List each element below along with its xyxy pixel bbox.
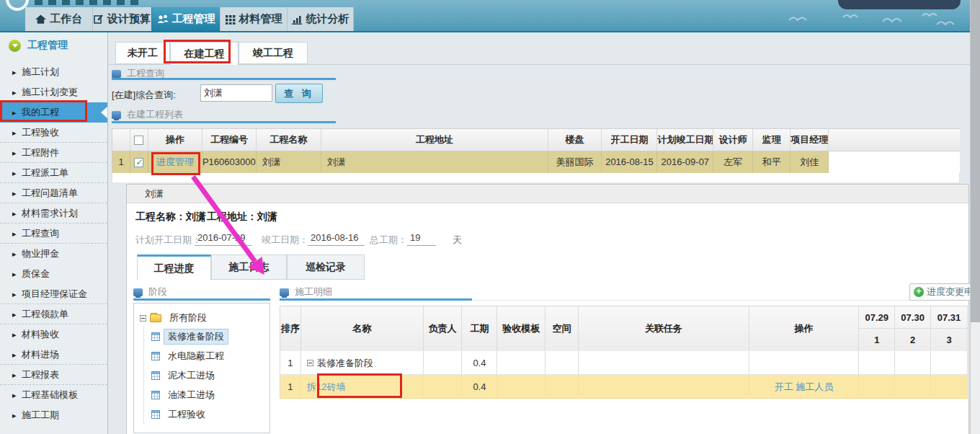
sidebar-item-manager-deposit[interactable]: 项目经理保证金 (0, 284, 107, 304)
task-name-link[interactable]: 拆12砖墙 (307, 375, 345, 399)
construction-detail-table: 排序 名称 负责人 工期 验收模板 空间 关联任务 操作 07.29 1 07.… (280, 306, 968, 399)
sidebar-item-project-query[interactable]: 工程查询 (0, 223, 107, 244)
table-icon (151, 371, 160, 380)
tree-item-label: 装修准备阶段 (164, 329, 228, 345)
cell-duration: 0.4 (462, 351, 497, 375)
cell-date (859, 375, 895, 399)
folder-icon (150, 314, 161, 322)
tab-project-progress[interactable]: 工程进度 (137, 254, 211, 280)
nav-tab-label: 材料管理 (239, 12, 282, 26)
day-number: 1 (859, 329, 894, 351)
tree-root-label: 所有阶段 (165, 310, 211, 326)
col-code: 工程编号 (202, 129, 257, 151)
nav-tab-project-management[interactable]: 工程管理 (151, 7, 220, 31)
tree-item-prep-stage[interactable]: 装修准备阶段 (151, 327, 270, 346)
page-scrollbar-thumb[interactable] (971, 0, 980, 322)
bar-chart-icon (292, 14, 303, 25)
cell-owner (424, 351, 463, 375)
collapse-circle-icon (9, 40, 21, 52)
sidebar-item-issue-list[interactable]: 工程问题清单 (0, 183, 107, 203)
sidebar-item-property-deposit[interactable]: 物业押金 (0, 244, 107, 264)
top-navigation: 工作台 设计预算 工程管理 材料管理 统计分析 (25, 7, 354, 31)
tree-item-masonry[interactable]: 泥木工进场 (151, 366, 270, 385)
sidebar-header[interactable]: 工程管理 (9, 39, 68, 52)
sidebar-item-plan-change[interactable]: 施工计划变更 (0, 82, 107, 102)
sidebar-item-dispatch-order[interactable]: 工程派工单 (0, 163, 107, 183)
nav-tab-statistics[interactable]: 统计分析 (287, 7, 353, 31)
button-label: 进度变更申 (927, 285, 974, 298)
col-date-0731: 07.31 3 (931, 306, 967, 351)
sidebar-item-quality-deposit[interactable]: 质保金 (0, 264, 107, 284)
section-title-text: 阶段 (148, 285, 167, 298)
tab-in-progress[interactable]: 在建工程 (170, 42, 239, 65)
col-duration: 工期 (462, 306, 497, 351)
finish-value[interactable]: 2016-08-16 (308, 232, 365, 246)
sidebar-item-project-acceptance[interactable]: 工程验收 (0, 123, 107, 143)
search-button[interactable]: 查 询 (275, 84, 323, 103)
cell-owner (424, 375, 463, 399)
nav-tab-workbench[interactable]: 工作台 (25, 7, 92, 31)
plan-start-value[interactable]: 2016-07-29 (195, 232, 251, 246)
tree-item-label: 水电隐蔽工程 (164, 348, 228, 364)
grid-icon (226, 14, 236, 25)
workers-link[interactable]: 施工人员 (796, 381, 833, 392)
date-label: 07.29 (859, 306, 894, 329)
tree-item-acceptance[interactable]: 工程验收 (151, 404, 270, 424)
cell-acceptance-template (497, 375, 545, 399)
start-work-link[interactable]: 开工 (775, 381, 793, 392)
collapse-expander-icon[interactable] (140, 315, 146, 322)
monitor-icon (133, 288, 143, 296)
sidebar-title: 工程管理 (27, 39, 68, 52)
sidebar-item-project-attachment[interactable]: 工程附件 (0, 143, 107, 163)
col-plan-finish: 计划竣工日期 (657, 129, 713, 151)
progress-manage-link[interactable]: 进度管理 (156, 156, 194, 167)
section-underline (133, 298, 270, 301)
total-duration-value[interactable]: 19 (407, 232, 436, 246)
detail-table-header: 排序 名称 负责人 工期 验收模板 空间 关联任务 操作 07.29 1 07.… (280, 306, 967, 351)
detail-table-body: 1 装修准备阶段 0.4 1 拆12砖墙 0.4 (280, 351, 967, 399)
monitor-icon (112, 70, 121, 78)
row-checkbox[interactable] (134, 158, 143, 167)
tree-root[interactable]: 所有阶段 (140, 309, 270, 327)
sidebar-item-material-entry[interactable]: 材料进场 (0, 345, 107, 365)
col-designer: 设计师 (713, 129, 753, 151)
select-all-checkbox[interactable] (134, 136, 143, 145)
list-section-title: 在建工程列表 (112, 108, 183, 121)
sidebar-item-project-report[interactable]: 工程报表 (0, 365, 107, 385)
tree-item-painting[interactable]: 油漆工进场 (151, 385, 270, 404)
nav-tab-design-budget[interactable]: 设计预算 (92, 7, 151, 31)
sidebar-item-my-projects[interactable]: 我的工程 (0, 102, 107, 123)
tab-not-started[interactable]: 未开工 (115, 42, 170, 64)
cell-task-name: 装修准备阶段 (301, 351, 424, 375)
cell-checkbox (130, 151, 148, 174)
table-footer-space (112, 173, 960, 182)
day-number: 3 (931, 329, 967, 351)
sidebar-item-construction-duration[interactable]: 施工工期 (0, 405, 107, 425)
sidebar-item-construction-plan[interactable]: 施工计划 (0, 62, 107, 82)
tree-item-plumbing[interactable]: 水电隐蔽工程 (151, 346, 270, 366)
sidebar-item-material-acceptance[interactable]: 材料验收 (0, 324, 107, 345)
sidebar-item-material-demand-plan[interactable]: 材料需求计划 (0, 203, 107, 223)
user-account-box[interactable] (838, 0, 961, 9)
sidebar-item-base-template[interactable]: 工程基础模板 (0, 385, 107, 405)
nav-tab-material-management[interactable]: 材料管理 (220, 7, 287, 31)
col-space: 空间 (545, 306, 579, 351)
table-icon (151, 332, 160, 341)
cell-space (545, 375, 579, 399)
progress-change-button[interactable]: + 进度变更申 (909, 283, 974, 301)
search-input[interactable] (200, 84, 272, 102)
table-row[interactable]: 1 进度管理 P1606030002 刘潇 刘潇 美丽国际 2016-08-15… (112, 151, 960, 174)
tab-inspection-record[interactable]: 巡检记录 (287, 254, 365, 280)
col-action: 操作 (148, 129, 202, 151)
col-rownum (112, 129, 130, 151)
stage-row[interactable]: 1 装修准备阶段 0.4 (280, 351, 967, 375)
tab-completed[interactable]: 竣工工程 (239, 42, 308, 64)
collapse-expander-icon[interactable] (307, 360, 313, 366)
section-title-text: 在建工程列表 (127, 108, 183, 121)
sidebar-item-payment-order[interactable]: 工程领款单 (0, 304, 107, 324)
tab-construction-log[interactable]: 施工日志 (211, 254, 287, 280)
task-row[interactable]: 1 拆12砖墙 0.4 开工 施工人员 (280, 375, 967, 399)
section-underline-thin (472, 300, 969, 301)
detail-panel-tab[interactable]: 刘潇 (127, 185, 968, 203)
col-start-date: 开工日期 (602, 129, 657, 151)
